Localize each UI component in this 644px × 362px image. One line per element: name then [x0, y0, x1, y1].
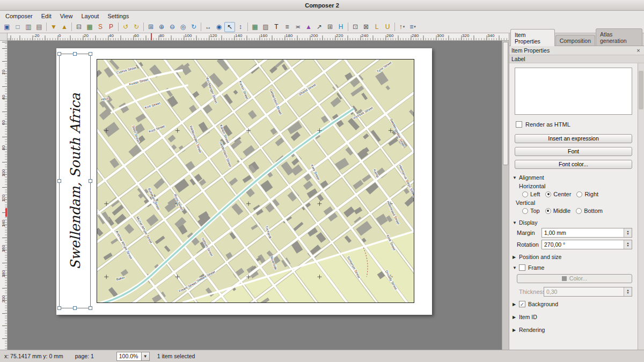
pan-icon[interactable]: ↔	[203, 22, 214, 32]
refresh-view-icon[interactable]: ↻	[188, 22, 199, 32]
margin-spinbox[interactable]: ▲▼	[541, 228, 632, 238]
selection-handle-top-right[interactable]	[89, 52, 92, 56]
background-checkbox-checked[interactable]: ✓	[519, 301, 525, 307]
radio-icon[interactable]	[522, 208, 528, 214]
alignment-section-header[interactable]: ▼ Alignment	[513, 174, 632, 181]
export-as-svg-icon[interactable]: S	[95, 22, 106, 32]
label-item-selected[interactable]: Swellendam, South Africa	[59, 54, 91, 308]
item-id-section-header[interactable]: ▶ Item ID	[513, 314, 632, 320]
panel-tab-atlas-generation[interactable]: Atlas generation	[596, 28, 642, 46]
unlock-all-items-icon[interactable]: U	[382, 22, 393, 32]
radio-align-middle[interactable]: Middle	[545, 208, 570, 214]
composition-page[interactable]: Swellendam, South Africa Cyprus StreetK	[56, 48, 432, 315]
align-items-icon[interactable]: ≡▾	[407, 22, 418, 32]
canvas-vertical-scrollbar-thumb[interactable]	[503, 42, 508, 165]
thickness-input[interactable]	[544, 287, 632, 296]
font-button[interactable]: Font	[515, 147, 632, 156]
undo-icon[interactable]: ↺	[120, 22, 131, 32]
add-image-icon[interactable]: ▨	[260, 22, 271, 32]
add-html-frame-icon[interactable]: H	[335, 22, 346, 32]
selection-handle-top-left[interactable]	[57, 52, 61, 56]
panel-scrollbar-thumb[interactable]	[639, 71, 643, 109]
load-from-template-icon[interactable]: ▼	[48, 22, 59, 32]
spinner-arrows-icon[interactable]: ▲▼	[624, 240, 632, 249]
spinner-arrows-icon[interactable]: ▲▼	[624, 228, 632, 237]
selection-handle-bottom-right[interactable]	[89, 306, 92, 310]
composer-manager-icon[interactable]: ▤	[34, 22, 45, 32]
add-new-legend-icon[interactable]: ≡	[282, 22, 292, 32]
print-icon[interactable]: ⊟	[74, 22, 84, 32]
zoom-100-icon[interactable]: ◎	[178, 22, 188, 32]
zoom-in-icon[interactable]: ⊕	[156, 22, 167, 32]
radio-icon[interactable]	[576, 208, 582, 214]
menu-view[interactable]: View	[56, 12, 77, 20]
display-section-header[interactable]: ▼ Display	[513, 219, 632, 226]
menu-layout[interactable]: Layout	[77, 12, 103, 20]
selection-handle-bottom-center[interactable]	[73, 306, 77, 310]
zoom-dropdown-arrow-icon[interactable]: ▼	[141, 352, 149, 360]
selection-handle-bottom-left[interactable]	[57, 306, 61, 310]
rotation-input[interactable]	[542, 240, 632, 249]
panel-scrollbar[interactable]	[638, 63, 644, 350]
panel-tab-composition[interactable]: Composition	[555, 35, 595, 46]
background-section-header[interactable]: ▶ ✓ Background	[513, 301, 632, 307]
selection-handle-mid-left[interactable]	[57, 179, 61, 183]
radio-icon[interactable]	[522, 191, 528, 197]
panel-tab-item-properties[interactable]: Item Properties	[510, 29, 555, 46]
radio-align-top[interactable]: Top	[522, 208, 540, 214]
render-as-html-checkbox[interactable]	[516, 121, 522, 128]
selection-handle-mid-right[interactable]	[89, 179, 92, 183]
map-item[interactable]: Cyprus StreetKoster StreetTyne StreetHou…	[97, 59, 414, 303]
frame-section-header[interactable]: ▼ Frame	[513, 264, 632, 271]
spinner-arrows-icon[interactable]: ▲▼	[624, 287, 632, 296]
radio-align-right[interactable]: Right	[576, 191, 598, 197]
add-new-label-icon[interactable]: T	[271, 22, 282, 32]
add-new-map-icon[interactable]: ▦	[250, 22, 260, 32]
radio-align-center[interactable]: Center	[545, 191, 571, 197]
titlebar[interactable]: Composer 2	[0, 0, 644, 11]
frame-color-button[interactable]: Color...	[517, 274, 632, 283]
menu-edit[interactable]: Edit	[37, 12, 56, 20]
margin-input[interactable]	[542, 228, 632, 237]
duplicate-composer-icon[interactable]: ▥	[23, 22, 34, 32]
composer-canvas[interactable]: Swellendam, South Africa Cyprus StreetK	[8, 41, 502, 350]
new-composer-icon[interactable]: □	[12, 22, 23, 32]
select-move-item-icon[interactable]: ↖	[224, 22, 235, 32]
radio-icon-checked[interactable]	[545, 191, 551, 197]
export-as-pdf-icon[interactable]: P	[106, 22, 116, 32]
lock-selected-items-icon[interactable]: L	[371, 22, 382, 32]
zoom-full-icon[interactable]: ⊞	[145, 22, 156, 32]
radio-align-bottom[interactable]: Bottom	[576, 208, 603, 214]
add-basic-shape-icon[interactable]: ▲	[303, 22, 314, 32]
rendering-section-header[interactable]: ▶ Rendering	[513, 327, 632, 333]
radio-icon-checked[interactable]	[545, 208, 551, 214]
position-size-section-header[interactable]: ▶ Position and size	[513, 254, 632, 260]
add-arrow-icon[interactable]: ↗	[314, 22, 325, 32]
group-items-icon[interactable]: ⊡	[350, 22, 361, 32]
zoom-combo[interactable]: 100.0% ▼	[116, 352, 150, 361]
insert-expression-button[interactable]: Insert an expression	[515, 134, 632, 143]
label-text-editor[interactable]	[515, 68, 632, 115]
export-as-image-icon[interactable]: ▦	[84, 22, 95, 32]
add-new-scalebar-icon[interactable]: ≍	[292, 22, 303, 32]
font-color-button[interactable]: Font color...	[515, 160, 632, 169]
redo-icon[interactable]: ↻	[131, 22, 142, 32]
ungroup-items-icon[interactable]: ⊠	[361, 22, 371, 32]
add-attribute-table-icon[interactable]: ⊞	[325, 22, 335, 32]
menu-settings[interactable]: Settings	[103, 12, 133, 20]
radio-icon[interactable]	[576, 191, 582, 197]
thickness-spinbox[interactable]: ▲▼	[544, 287, 632, 297]
raise-selected-items-icon[interactable]: ↑▾	[397, 22, 407, 32]
menu-composer[interactable]: Composer	[1, 12, 37, 20]
canvas-vertical-scrollbar[interactable]	[502, 41, 509, 350]
selection-handle-top-center[interactable]	[73, 52, 77, 56]
frame-checkbox[interactable]	[519, 264, 525, 271]
zoom-tool-icon[interactable]: ◉	[214, 22, 224, 32]
radio-align-left[interactable]: Left	[522, 191, 540, 197]
save-project-icon[interactable]: ▣	[2, 22, 12, 32]
render-as-html-row[interactable]: Render as HTML	[516, 121, 632, 128]
move-item-content-icon[interactable]: ↕	[235, 22, 246, 32]
save-as-template-icon[interactable]: ▲	[59, 22, 70, 32]
rotation-spinbox[interactable]: ▲▼	[541, 240, 632, 249]
panel-close-icon[interactable]: ×	[635, 47, 642, 54]
